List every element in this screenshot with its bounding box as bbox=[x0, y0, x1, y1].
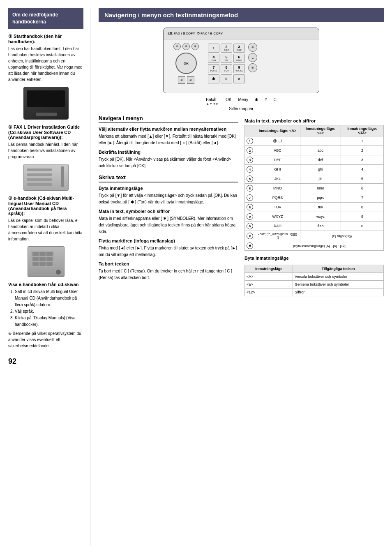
key-circle-5: 5 bbox=[247, 175, 253, 182]
cell-4b: ghi bbox=[300, 165, 341, 174]
section-1: ① Starthandbok (den här handboken): Läs … bbox=[8, 34, 83, 120]
label-ok: OK bbox=[226, 97, 231, 106]
device-diagram: €真 FAX / ⎘ COPY ✆ FAX / ⊕ COPY ⊘ ⊕ ⊗ OK bbox=[99, 28, 384, 111]
input-table: Inmatnings-läge: <A> Inmatnings-läge: <a… bbox=[244, 125, 384, 251]
visa-title: Visa e-handboken från cd-skivan bbox=[8, 282, 83, 287]
label-hash: # bbox=[265, 97, 267, 106]
table-row: 4 GHI ghi 4 bbox=[245, 165, 384, 174]
table-row: 7 PQRS pqrs 7 bbox=[245, 193, 384, 203]
cell-1c: 1 bbox=[341, 136, 384, 146]
section-3-title: ③ e-handbok (Cd-skivan Multi-lingual Use… bbox=[8, 196, 83, 216]
cell-9b: wxyz bbox=[300, 212, 341, 222]
key-5[interactable]: 5JKL bbox=[221, 54, 232, 63]
icon-2[interactable]: ⊕ bbox=[182, 43, 190, 50]
key-1[interactable]: 1 bbox=[208, 44, 219, 53]
cell-8c: 8 bbox=[341, 203, 384, 212]
section-3-text: Läs de kapitel som du behöver läsa. e-ha… bbox=[8, 217, 83, 242]
table-row: 3 DEF def 3 bbox=[245, 155, 384, 165]
right-column: Navigering i menyn och textinmatningsmet… bbox=[90, 8, 384, 546]
cell-5a: JKL bbox=[255, 174, 300, 184]
key-hash[interactable]: # bbox=[233, 74, 245, 83]
visa-item-2: Välj språk. bbox=[15, 308, 83, 315]
cell-2c: 2 bbox=[341, 146, 384, 155]
extra-btn-2[interactable]: C bbox=[248, 53, 257, 62]
byta-th-2: Tillgängliga tecken bbox=[293, 265, 384, 273]
visa-note: ※ Beroende på vilket operativsystem du a… bbox=[8, 330, 83, 349]
section-1-title: ① Starthandbok (den här handboken): bbox=[8, 34, 83, 44]
right-content: Navigera i menyn Välj alternativ eller f… bbox=[99, 115, 384, 296]
cell-hash-b: (Ej tillgänglig) bbox=[300, 231, 384, 241]
key-8[interactable]: 8TUV bbox=[221, 64, 232, 73]
visa-list: Sätt in cd-skivan Multi-lingual User Man… bbox=[8, 289, 83, 349]
cell-1a: @.-_/ bbox=[255, 136, 300, 146]
byta-row-3: <12> Siffror bbox=[245, 289, 384, 296]
byta-mode-c: <12> bbox=[245, 289, 293, 296]
icon-3[interactable]: ⊗ bbox=[191, 43, 199, 50]
th-c: Inmatnings-läge: <12> bbox=[341, 125, 384, 136]
section-2: ② FAX L Driver Installation Guide (Cd-sk… bbox=[8, 125, 83, 191]
key-circle-9: 9 bbox=[247, 213, 253, 220]
key-0[interactable]: 0 bbox=[221, 74, 232, 83]
table-row: 1 @.-_/ 1 bbox=[245, 136, 384, 146]
key-circle-6: 6 bbox=[247, 185, 253, 192]
skriva-sub-2: Mata in text, symboler och siffror bbox=[99, 209, 238, 214]
key-circle-star: ✱ bbox=[247, 242, 253, 249]
input-table-title: Mata in text, symboler och siffror bbox=[244, 118, 384, 123]
panel-top-bar: €真 FAX / ⎘ COPY ✆ FAX / ⊕ COPY bbox=[164, 28, 319, 39]
key-2[interactable]: 2ABC bbox=[221, 44, 232, 53]
key-7[interactable]: 7PQRS bbox=[208, 64, 219, 73]
right-header: Navigering i menyn och textinmatningsmet… bbox=[99, 8, 384, 22]
diagram-labels: Bakåt ▲▼◄► OK Meny ✱ # C bbox=[206, 97, 276, 106]
section-1-text: Läs den här handboken först. I den här h… bbox=[8, 46, 83, 83]
cell-0c: 0 bbox=[341, 222, 384, 231]
btn-small-1[interactable]: ⊕ bbox=[178, 76, 185, 84]
cell-star-a: (Byta inmatningsläge) [A]→[a]→[12] bbox=[255, 241, 384, 251]
table-col: Mata in text, symboler och siffror Inmat… bbox=[244, 115, 384, 296]
byta-mode-b: <a> bbox=[245, 281, 293, 289]
key-6[interactable]: 6MNO bbox=[233, 54, 245, 63]
cell-0a: ÅÄÖ bbox=[255, 222, 300, 231]
visa-section: Visa e-handboken från cd-skivan Sätt in … bbox=[8, 282, 83, 349]
left-header: Om de medföljande handböckerna bbox=[8, 8, 83, 29]
skriva-heading: Skriva text bbox=[99, 174, 238, 182]
label-sifferknappar: Sifferknappar bbox=[229, 106, 253, 111]
nav-text-1: Markera ett alternativ med [▲] eller [▼]… bbox=[99, 133, 238, 146]
visa-item-1: Sätt in cd-skivan Multi-lingual User Man… bbox=[15, 289, 83, 308]
device-panel: €真 FAX / ⎘ COPY ✆ FAX / ⊕ COPY ⊘ ⊕ ⊗ OK bbox=[163, 28, 319, 93]
cell-9a: WXYZ bbox=[255, 212, 300, 222]
back-btn[interactable]: ⊘ bbox=[173, 43, 181, 50]
skriva-text-1: Tryck på [▼] för att välja <Inmatningslä… bbox=[99, 192, 238, 205]
byta-desc-c: Siffror bbox=[293, 289, 384, 296]
cell-3b: def bbox=[300, 155, 341, 165]
left-column: Om de medföljande handböckerna ① Startha… bbox=[8, 8, 90, 546]
cell-3a: DEF bbox=[255, 155, 300, 165]
byta-th-1: Inmatningsläge bbox=[245, 265, 293, 273]
cell-6b: mno bbox=[300, 184, 341, 193]
cell-3c: 3 bbox=[341, 155, 384, 165]
cell-hash-a: -.*#!";.;:^_=/!?$@%&+\()[]{}⟨⟩ bbox=[255, 231, 300, 241]
table-row: ✱ (Byta inmatningsläge) [A]→[a]→[12] bbox=[245, 241, 384, 251]
skriva-sub-1: Byta inmatningsläge bbox=[99, 186, 238, 191]
th-a: Inmatnings-läge: <A> bbox=[255, 125, 300, 136]
key-9[interactable]: 9WXYZ bbox=[233, 64, 245, 73]
cell-5b: jkl bbox=[300, 174, 341, 184]
key-3[interactable]: 3DEF bbox=[233, 44, 245, 53]
key-circle-3: 3 bbox=[247, 157, 253, 163]
table-row: 5 JKL jkl 5 bbox=[245, 174, 384, 184]
byta-title: Byta inmatningsläge bbox=[244, 256, 384, 261]
skriva-text-4: Ta bort med [ C ] (Rensa). Om du trycker… bbox=[99, 268, 238, 281]
extra-btn-3[interactable]: ⊗ bbox=[248, 63, 257, 72]
byta-table: Inmatningsläge Tillgängliga tecken <A> V… bbox=[244, 265, 384, 296]
skriva-sub-4: Ta bort tecken bbox=[99, 261, 238, 266]
section-3: ③ e-handbok (Cd-skivan Multi-lingual Use… bbox=[8, 196, 83, 277]
key-4[interactable]: 4GHI bbox=[208, 54, 219, 63]
th-b: Inmatnings-läge: <a> bbox=[300, 125, 341, 136]
key-star[interactable]: ✱ bbox=[208, 74, 219, 83]
table-row: 8 TUV tuv 8 bbox=[245, 203, 384, 212]
btn-small-2[interactable]: ⊗ bbox=[187, 76, 194, 84]
th-key bbox=[245, 125, 255, 136]
extra-btn-1[interactable]: ⊕ bbox=[248, 43, 257, 52]
ok-button[interactable]: OK bbox=[175, 53, 197, 74]
byta-mode-a: <A> bbox=[245, 273, 293, 281]
nav-text-2: Tryck på [OK]. När <Använd> visas på skä… bbox=[99, 156, 238, 169]
